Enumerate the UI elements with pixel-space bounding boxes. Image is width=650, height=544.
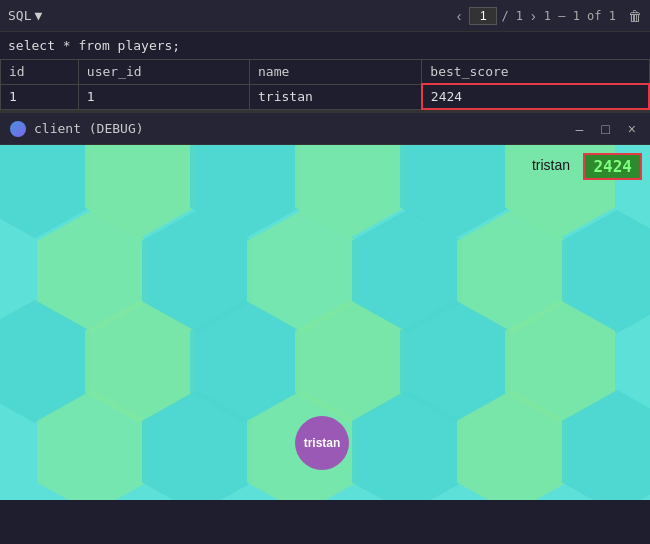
sql-table: id user_id name best_score 1 1 tristan 2… (0, 59, 650, 110)
sql-label[interactable]: SQL ▼ (8, 8, 42, 23)
client-app-icon (10, 121, 26, 137)
col-name: name (250, 60, 422, 85)
sql-page-total: / 1 (501, 9, 523, 23)
table-row: 1 1 tristan 2424 (1, 84, 650, 109)
window-controls: – □ × (572, 122, 640, 136)
sql-nav: ‹ / 1 › 1 – 1 of 1 🗑 (453, 7, 642, 25)
cell-best-score: 2424 (422, 84, 649, 109)
sql-dropdown-icon[interactable]: ▼ (34, 8, 42, 23)
cell-user-id: 1 (78, 84, 249, 109)
minimize-button[interactable]: – (572, 122, 588, 136)
sql-page-range: 1 – 1 of 1 (544, 9, 616, 23)
cell-name: tristan (250, 84, 422, 109)
table-header-row: id user_id name best_score (1, 60, 650, 85)
player-name-text: tristan (532, 157, 570, 173)
sql-prev-button[interactable]: ‹ (453, 8, 466, 24)
sql-toolbar: SQL ▼ ‹ / 1 › 1 – 1 of 1 🗑 (0, 0, 650, 32)
client-titlebar: client (DEBUG) – □ × (0, 113, 650, 145)
player-circle-label: tristan (304, 436, 341, 450)
cell-id: 1 (1, 84, 79, 109)
score-display: 2424 (583, 153, 642, 180)
col-user-id: user_id (78, 60, 249, 85)
sql-query-text: select * from players; (0, 32, 650, 59)
sql-next-button[interactable]: › (527, 8, 540, 24)
score-value: 2424 (593, 157, 632, 176)
col-best-score: best_score (422, 60, 649, 85)
sql-query-content: select * from players; (8, 38, 180, 53)
game-area: tristan 2424 tristan (0, 145, 650, 500)
maximize-button[interactable]: □ (597, 122, 613, 136)
player-name-display: tristan (532, 157, 570, 173)
col-id: id (1, 60, 79, 85)
sql-panel: SQL ▼ ‹ / 1 › 1 – 1 of 1 🗑 select * from… (0, 0, 650, 111)
sql-page-input[interactable] (469, 7, 497, 25)
trash-icon[interactable]: 🗑 (628, 8, 642, 24)
close-button[interactable]: × (624, 122, 640, 136)
player-circle: tristan (295, 416, 349, 470)
client-title: client (DEBUG) (34, 121, 572, 136)
sql-text: SQL (8, 8, 31, 23)
client-window: client (DEBUG) – □ × (0, 111, 650, 500)
